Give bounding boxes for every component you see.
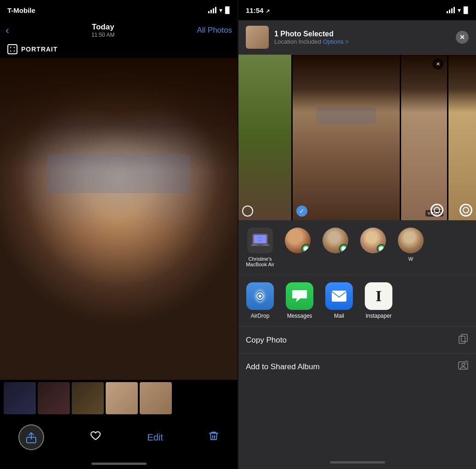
instapaper-app-label: Instapaper xyxy=(366,313,392,319)
thumbnail-5[interactable] xyxy=(140,382,172,414)
phone-left: T-Mobile ▾ ▉ ‹ Today 11:50 AM All Photos xyxy=(0,0,238,469)
share-thumbnail-preview xyxy=(246,26,269,49)
airdrop-app-icon xyxy=(246,282,274,310)
thumbnail-1[interactable] xyxy=(4,382,36,414)
airdrop-app-label: AirDrop xyxy=(251,313,270,319)
shared-album-icon xyxy=(458,360,469,373)
wifi-right-icon: ▾ xyxy=(458,6,461,14)
camera-indicator-4 xyxy=(459,204,472,217)
mail-app-icon xyxy=(325,282,353,310)
contact-avatar-person3 xyxy=(360,228,386,253)
contact-avatar-person4 xyxy=(398,228,424,253)
photo-selector-item-3[interactable]: ✕ VIDEO xyxy=(401,55,447,220)
home-indicator-right xyxy=(238,455,476,469)
app-item-messages[interactable]: Messages xyxy=(283,282,316,319)
action-list: Copy Photo Add to Shared Album xyxy=(238,327,476,455)
copy-photo-label: Copy Photo xyxy=(246,336,287,345)
contact-item-macbook[interactable]: Christine's MacBook Air xyxy=(244,228,276,267)
contact-item-person2[interactable] xyxy=(319,228,351,267)
action-item-shared-album[interactable]: Add to Shared Album xyxy=(238,354,476,380)
contact-name-macbook: Christine's MacBook Air xyxy=(244,256,276,267)
photo-hair-overlay xyxy=(0,58,238,171)
contact-avatar-person1 xyxy=(285,228,311,253)
status-icons: ▾ ▉ xyxy=(208,6,230,14)
share-button[interactable] xyxy=(18,424,44,450)
svg-rect-10 xyxy=(459,336,465,343)
home-indicator-left xyxy=(0,458,238,469)
contact-name-1 xyxy=(295,256,300,263)
action-item-copy-photo[interactable]: Copy Photo xyxy=(238,327,476,354)
bottom-toolbar: Edit xyxy=(0,417,238,458)
photo-face-sim xyxy=(0,58,238,380)
copy-photo-icon xyxy=(458,333,469,347)
main-photo xyxy=(0,58,238,380)
app-item-airdrop[interactable]: AirDrop xyxy=(244,282,276,319)
thumbnail-4[interactable] xyxy=(106,382,138,414)
apps-row: AirDrop Messages Mail I xyxy=(238,275,476,327)
share-sheet-header: 1 Photo Selected Location Included Optio… xyxy=(238,20,476,55)
time-display-right: 11:54 ↗ xyxy=(246,6,270,14)
photo-selector-item-4[interactable] xyxy=(448,55,476,220)
hair-overlay-2 xyxy=(293,55,400,113)
favorite-button[interactable] xyxy=(89,429,102,445)
nav-title: Today 11:50 AM xyxy=(91,23,115,38)
svg-rect-9 xyxy=(461,334,467,342)
back-button[interactable]: ‹ xyxy=(6,24,9,37)
portrait-icon xyxy=(7,44,17,54)
messages-badge-3 xyxy=(377,244,386,253)
airdrop-icon xyxy=(252,288,268,304)
messages-app-label: Messages xyxy=(287,313,312,319)
macbook-icon xyxy=(251,231,269,250)
svg-rect-5 xyxy=(257,245,263,246)
thumbnail-3[interactable] xyxy=(72,382,104,414)
portrait-text: PORTRAIT xyxy=(21,46,58,53)
battery-right-icon: ▉ xyxy=(464,6,469,14)
mail-icon xyxy=(331,290,347,303)
photo-selector: ✓ ✕ VIDEO xyxy=(238,55,476,220)
photo-type-badge-3: ✕ xyxy=(432,58,443,69)
app-item-mail[interactable]: Mail xyxy=(323,282,355,319)
messages-badge-1 xyxy=(301,244,311,253)
messages-icon xyxy=(291,289,308,303)
thumbnail-strip xyxy=(0,380,238,417)
nav-bar: ‹ Today 11:50 AM All Photos xyxy=(0,20,238,40)
mail-app-label: Mail xyxy=(334,313,344,319)
selection-circle-2: ✓ xyxy=(296,206,307,217)
delete-button[interactable] xyxy=(208,430,219,444)
selected-count-text: 1 Photo Selected xyxy=(274,30,450,38)
signal-bars-icon xyxy=(208,7,216,13)
phone-right: 11:54 ↗ ▾ ▉ 1 Photo Selected Location In… xyxy=(238,0,476,469)
status-bar-right: 11:54 ↗ ▾ ▉ xyxy=(238,0,476,20)
heart-icon xyxy=(89,429,102,442)
thumbnail-2[interactable] xyxy=(38,382,70,414)
contact-name-4: W xyxy=(408,256,413,262)
contact-name-2 xyxy=(333,256,338,263)
hair-overlay-4 xyxy=(448,55,476,113)
edit-button[interactable]: Edit xyxy=(147,432,163,443)
contact-avatar-person2 xyxy=(323,228,348,253)
options-link[interactable]: Options > xyxy=(323,38,349,45)
messages-badge-2 xyxy=(339,244,348,253)
share-location-row: Location Included Options > xyxy=(274,38,450,45)
share-close-button[interactable]: ✕ xyxy=(456,31,469,44)
contact-item-person3[interactable] xyxy=(357,228,389,267)
photo-selector-item-1[interactable] xyxy=(238,55,291,220)
signal-bars-right-icon xyxy=(447,7,455,13)
battery-icon: ▉ xyxy=(225,6,230,14)
share-info: 1 Photo Selected Location Included Optio… xyxy=(274,30,450,45)
app-item-instapaper[interactable]: I Instapaper xyxy=(363,282,395,319)
photo-selector-item-2[interactable]: ✓ xyxy=(293,55,400,220)
all-photos-button[interactable]: All Photos xyxy=(197,26,232,35)
portrait-label-bar: PORTRAIT xyxy=(0,40,238,58)
contact-avatar-macbook xyxy=(247,228,273,253)
contact-item-person4[interactable]: W xyxy=(395,228,427,267)
messages-app-icon xyxy=(286,282,313,310)
svg-point-12 xyxy=(462,363,465,366)
location-included-text: Location Included xyxy=(274,38,321,45)
status-bar-left: T-Mobile ▾ ▉ xyxy=(0,0,238,20)
contact-item-person1[interactable] xyxy=(282,228,314,267)
svg-rect-8 xyxy=(332,291,346,302)
instapaper-app-icon: I xyxy=(365,282,392,310)
shared-album-label: Add to Shared Album xyxy=(246,362,320,372)
photo-glasses-overlay xyxy=(47,154,190,193)
